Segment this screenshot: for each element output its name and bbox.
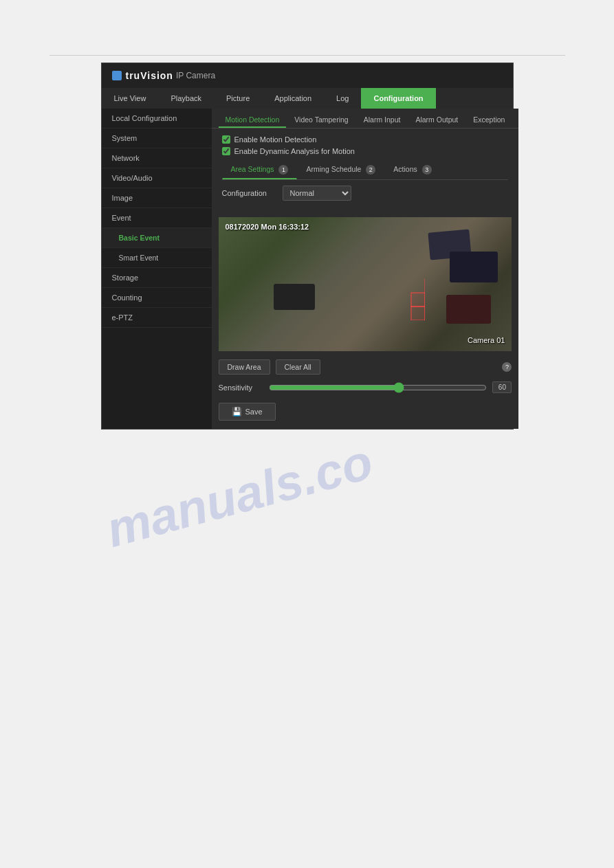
sensitivity-label: Sensitivity	[219, 383, 263, 392]
sidebar-item-basic-event[interactable]: Basic Event	[102, 228, 212, 248]
enable-motion-label: Enable Motion Detection	[234, 135, 317, 144]
nav-live-view[interactable]: Live View	[102, 88, 159, 109]
draw-area-button[interactable]: Draw Area	[219, 359, 270, 375]
svg-rect-14	[411, 307, 425, 320]
nav-picture[interactable]: Picture	[214, 88, 262, 109]
logo-icon	[112, 71, 122, 80]
nav-log[interactable]: Log	[324, 88, 361, 109]
sidebar-item-event[interactable]: Event	[102, 208, 212, 228]
save-button[interactable]: 💾 Save	[219, 403, 276, 421]
sidebar: Local Configuration System Network Video…	[102, 109, 212, 429]
top-divider	[50, 55, 565, 56]
camera-ui-container: truVision IP Camera Live View Playback P…	[101, 63, 514, 430]
config-select[interactable]: Normal Advanced	[283, 186, 351, 201]
enable-dynamic-label: Enable Dynamic Analysis for Motion	[234, 147, 355, 155]
camera-view: 08172020 Mon 16:33:12 Camera 01	[219, 217, 512, 351]
sub-tab-number-1: 1	[278, 165, 288, 175]
sub-tab-actions[interactable]: Actions 3	[384, 161, 440, 179]
sidebar-item-local-config[interactable]: Local Configuration	[102, 109, 212, 129]
enable-dynamic-row: Enable Dynamic Analysis for Motion	[222, 147, 509, 155]
tab-exception[interactable]: Exception	[466, 113, 512, 128]
camera-timestamp: 08172020 Mon 16:33:12	[226, 223, 309, 231]
sensitivity-value: 60	[492, 381, 512, 393]
logo-text: truVision	[126, 70, 173, 81]
enable-dynamic-checkbox[interactable]	[222, 147, 230, 155]
sub-tab-arming-schedule[interactable]: Arming Schedule 2	[297, 161, 384, 179]
car-2	[450, 252, 498, 282]
svg-rect-13	[411, 293, 425, 307]
nav-playback[interactable]: Playback	[158, 88, 214, 109]
enable-motion-row: Enable Motion Detection	[222, 135, 509, 144]
tab-bar: Motion Detection Video Tampering Alarm I…	[212, 109, 519, 129]
camera-background: 08172020 Mon 16:33:12 Camera 01	[219, 217, 512, 351]
clear-all-button[interactable]: Clear All	[276, 359, 320, 375]
nav-application[interactable]: Application	[262, 88, 324, 109]
save-label: Save	[245, 408, 263, 416]
nav-configuration[interactable]: Configuration	[361, 88, 435, 109]
sidebar-item-counting[interactable]: Counting	[102, 288, 212, 308]
motion-overlay	[219, 217, 425, 320]
app-header: truVision IP Camera	[102, 63, 513, 88]
save-icon: 💾	[232, 407, 242, 416]
content-panel: Motion Detection Video Tampering Alarm I…	[212, 109, 519, 429]
sidebar-item-network[interactable]: Network	[102, 148, 212, 168]
sub-tabs: Area Settings 1 Arming Schedule 2 Action…	[222, 161, 509, 180]
settings-area: Enable Motion Detection Enable Dynamic A…	[212, 129, 519, 213]
config-label: Configuration	[222, 189, 277, 197]
main-content: Local Configuration System Network Video…	[102, 109, 513, 429]
sensitivity-slider[interactable]	[269, 382, 487, 393]
camera-label: Camera 01	[468, 336, 505, 344]
sub-tab-number-3: 3	[422, 165, 432, 175]
sidebar-item-image[interactable]: Image	[102, 188, 212, 208]
config-row: Configuration Normal Advanced	[222, 186, 509, 201]
car-3	[446, 295, 491, 324]
help-icon[interactable]: ?	[502, 362, 512, 372]
sidebar-item-storage[interactable]: Storage	[102, 268, 212, 288]
sidebar-item-eptz[interactable]: e-PTZ	[102, 308, 212, 328]
logo-sub: IP Camera	[176, 71, 215, 80]
sidebar-item-system[interactable]: System	[102, 129, 212, 148]
save-row: 💾 Save	[212, 399, 519, 429]
sub-tab-area-settings[interactable]: Area Settings 1	[222, 161, 298, 179]
button-row: Draw Area Clear All ?	[212, 355, 519, 379]
nav-bar: Live View Playback Picture Application L…	[102, 88, 513, 109]
tab-motion-detection[interactable]: Motion Detection	[219, 113, 287, 128]
sidebar-item-smart-event[interactable]: Smart Event	[102, 248, 212, 268]
tab-alarm-input[interactable]: Alarm Input	[357, 113, 408, 128]
car-4	[274, 284, 315, 310]
tab-alarm-output[interactable]: Alarm Output	[408, 113, 465, 128]
sidebar-item-video-audio[interactable]: Video/Audio	[102, 168, 212, 188]
enable-motion-checkbox[interactable]	[222, 135, 230, 144]
tab-video-tampering[interactable]: Video Tampering	[287, 113, 355, 128]
sub-tab-number-2: 2	[366, 165, 375, 175]
sensitivity-row: Sensitivity 60	[212, 379, 519, 399]
